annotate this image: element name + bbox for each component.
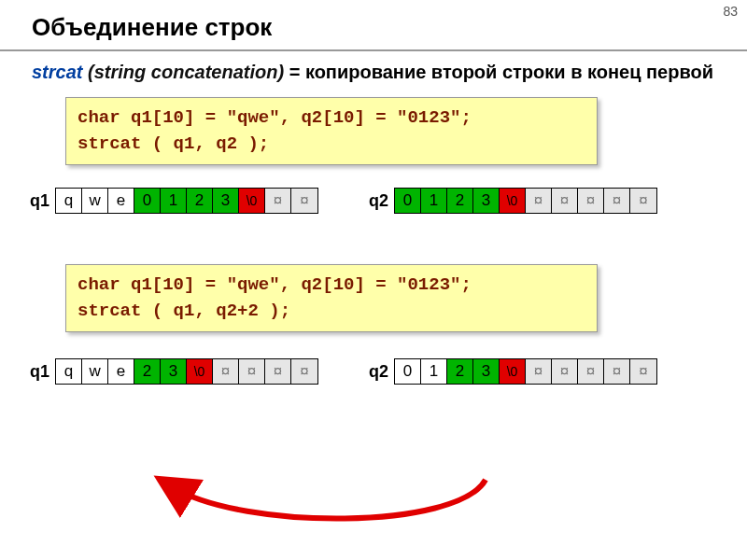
array-cell: 0 xyxy=(395,359,421,384)
slide-number: 83 xyxy=(723,4,738,19)
intro-rest: = копирование второй строки в конец перв… xyxy=(284,62,713,82)
array-cell: 1 xyxy=(421,189,447,213)
array-cell: 2 xyxy=(187,189,213,213)
array-cell: ¤ xyxy=(578,189,604,213)
array-cell: 2 xyxy=(134,359,161,384)
code-block-1: char q1[10] = "qwe", q2[10] = "0123"; st… xyxy=(65,97,598,165)
page-title: Объединение строк xyxy=(0,0,747,51)
func-expansion: string concatenation xyxy=(94,62,278,82)
array-cell: 2 xyxy=(447,189,473,213)
array-cell: w xyxy=(82,189,108,213)
cells-q2-row2: 0123\0¤¤¤¤¤ xyxy=(394,358,657,385)
array-cell: 2 xyxy=(447,359,473,384)
array-cell: \0 xyxy=(500,189,526,213)
array-cell: ¤ xyxy=(291,189,317,213)
array-cell: 0 xyxy=(395,189,421,213)
array-cell: 1 xyxy=(161,189,187,213)
array-cell: 1 xyxy=(421,359,447,384)
code2-line2: strcat ( q1, q2+2 ); xyxy=(78,299,585,325)
label-q2-2: q2 xyxy=(369,362,388,382)
array-cell: ¤ xyxy=(604,189,630,213)
label-q1: q1 xyxy=(30,191,49,211)
func-name: strcat xyxy=(32,62,82,82)
arrays-row-1: q1 qwe0123\0¤¤ q2 0123\0¤¤¤¤¤ xyxy=(0,188,747,214)
array-cell: ¤ xyxy=(239,359,265,384)
array-cell: ¤ xyxy=(552,359,578,384)
array-cell: 3 xyxy=(213,189,239,213)
array-cell: q xyxy=(56,359,82,384)
intro-text: strcat (string concatenation) = копирова… xyxy=(0,61,747,90)
array-cell: ¤ xyxy=(213,359,239,384)
array-cell: ¤ xyxy=(526,189,552,213)
array-cell: 0 xyxy=(134,189,161,213)
array-cell: \0 xyxy=(187,359,213,384)
array-cell: 3 xyxy=(473,359,500,384)
array-cell: q xyxy=(56,189,82,213)
cells-q2-row1: 0123\0¤¤¤¤¤ xyxy=(394,188,657,214)
array-cell: ¤ xyxy=(265,189,291,213)
array-cell: e xyxy=(108,189,134,213)
array-cell: ¤ xyxy=(604,359,630,384)
label-q2: q2 xyxy=(369,191,388,211)
label-q1-2: q1 xyxy=(30,362,49,382)
array-cell: ¤ xyxy=(630,359,656,384)
array-cell: ¤ xyxy=(630,189,656,213)
code1-line1: char q1[10] = "qwe", q2[10] = "0123"; xyxy=(78,105,585,132)
array-cell: 3 xyxy=(161,359,187,384)
array-cell: ¤ xyxy=(552,189,578,213)
array-cell: ¤ xyxy=(578,359,604,384)
array-cell: ¤ xyxy=(265,359,291,384)
array-cell: w xyxy=(82,359,108,384)
array-cell: ¤ xyxy=(291,359,317,384)
array-cell: \0 xyxy=(239,189,265,213)
arrays-row-2: q1 qwe23\0¤¤¤¤ q2 0123\0¤¤¤¤¤ xyxy=(0,358,747,385)
array-cell: \0 xyxy=(500,359,526,384)
array-cell: 3 xyxy=(473,189,500,213)
cells-q1-row1: qwe0123\0¤¤ xyxy=(55,188,318,214)
code2-line1: char q1[10] = "qwe", q2[10] = "0123"; xyxy=(78,273,585,299)
array-cell: ¤ xyxy=(526,359,552,384)
paren-open-char: ( xyxy=(88,62,94,82)
code-block-2: char q1[10] = "qwe", q2[10] = "0123"; st… xyxy=(65,264,598,332)
array-cell: e xyxy=(108,359,134,384)
cells-q1-row2: qwe23\0¤¤¤¤ xyxy=(55,358,318,385)
code1-line2: strcat ( q1, q2 ); xyxy=(78,132,585,158)
arrow-2 xyxy=(0,474,747,549)
